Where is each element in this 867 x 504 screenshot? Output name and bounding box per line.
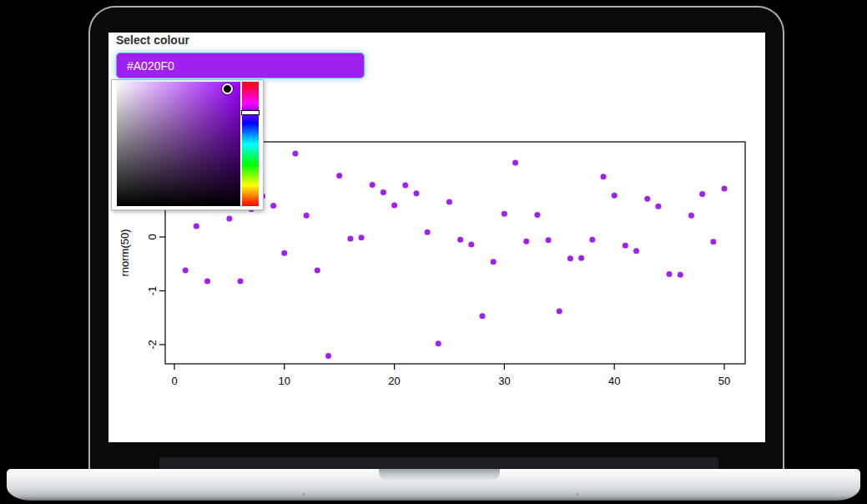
x-tick-label: 40 — [608, 375, 620, 387]
data-point — [381, 189, 386, 195]
data-point — [633, 248, 639, 254]
y-tick-label: -2 — [146, 340, 159, 350]
data-point — [391, 202, 397, 208]
laptop-screen: Select colour 010203040500-1-2rnorm(50) — [108, 33, 765, 442]
data-point — [567, 255, 573, 261]
data-point — [370, 182, 376, 188]
colour-picker-panel — [111, 79, 264, 210]
data-point — [601, 174, 607, 179]
x-tick-label: 20 — [388, 375, 400, 387]
data-point — [238, 278, 244, 284]
x-tick-label: 10 — [279, 375, 290, 387]
data-point — [402, 183, 408, 189]
data-point — [688, 213, 694, 219]
data-point — [491, 259, 497, 265]
laptop-lid: Select colour 010203040500-1-2rnorm(50) — [88, 6, 784, 469]
data-point — [446, 199, 452, 205]
data-point — [270, 203, 276, 209]
data-point — [425, 229, 431, 235]
data-point — [413, 190, 419, 196]
data-point — [667, 271, 673, 277]
data-point — [359, 234, 365, 240]
saturation-gradient[interactable] — [117, 82, 240, 206]
data-point — [644, 196, 650, 202]
y-tick-label: 0 — [146, 234, 159, 239]
laptop-mockup: Select colour 010203040500-1-2rnorm(50) — [0, 0, 867, 504]
data-point — [655, 204, 661, 209]
data-point — [325, 353, 331, 359]
x-tick-label: 30 — [498, 375, 510, 387]
laptop-lid-notch — [379, 469, 500, 481]
data-point — [523, 239, 529, 244]
data-point — [722, 185, 728, 191]
x-tick-label: 50 — [718, 375, 730, 387]
data-point — [292, 151, 298, 157]
data-point — [183, 267, 189, 273]
y-tick-label: -1 — [146, 286, 159, 296]
laptop-base — [7, 469, 860, 501]
data-point — [578, 255, 584, 261]
data-point — [512, 159, 518, 165]
data-point — [468, 242, 474, 248]
data-point — [457, 237, 463, 243]
saturation-marker[interactable] — [222, 83, 233, 94]
data-point — [612, 193, 617, 199]
data-point — [226, 216, 232, 222]
data-point — [546, 237, 552, 243]
hue-slider-marker[interactable] — [241, 110, 260, 115]
data-point — [699, 191, 705, 197]
data-point — [589, 237, 595, 243]
data-point — [623, 243, 628, 249]
data-point — [304, 213, 310, 219]
hinge-shadow — [159, 457, 718, 469]
x-tick-label: 0 — [171, 375, 177, 387]
y-axis-title: rnorm(50) — [118, 229, 131, 276]
data-point — [502, 211, 507, 217]
data-point — [557, 309, 562, 315]
base-screw-dot — [576, 493, 578, 496]
base-screw-dot — [303, 493, 305, 496]
data-point — [678, 272, 683, 278]
data-point — [194, 224, 199, 229]
data-point — [336, 173, 342, 179]
data-point — [347, 235, 353, 241]
data-point — [534, 212, 540, 218]
data-point — [281, 250, 287, 256]
hue-slider[interactable] — [242, 82, 259, 206]
colour-input[interactable] — [116, 53, 365, 78]
data-point — [480, 313, 486, 319]
data-point — [315, 267, 320, 273]
data-point — [204, 278, 210, 284]
data-point — [710, 239, 716, 244]
data-point — [436, 340, 441, 346]
